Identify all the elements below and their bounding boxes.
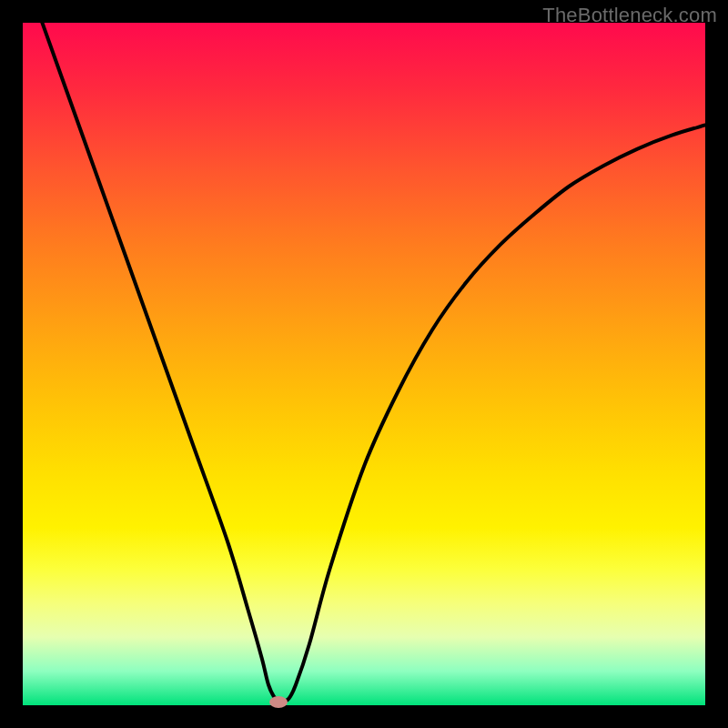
watermark-text: TheBottleneck.com bbox=[542, 4, 717, 27]
chart-container: TheBottleneck.com bbox=[0, 0, 728, 728]
bottleneck-curve bbox=[23, 23, 705, 705]
plot-area bbox=[23, 23, 705, 705]
minimum-marker bbox=[269, 696, 288, 708]
